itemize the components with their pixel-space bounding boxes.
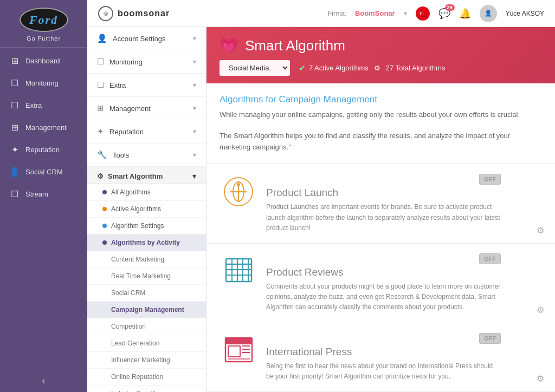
sidebar-item-label: Management	[25, 123, 67, 132]
algo-title-row: 💗 Smart Algorithm	[220, 37, 542, 55]
firma-name[interactable]: BoomSonar	[355, 9, 395, 17]
smart-algorithm-header[interactable]: ⚙Smart Algorithm ▾	[87, 167, 206, 184]
gear-icon: ⚙	[374, 64, 380, 72]
submenu-algorithm-settings[interactable]: Algorithm Settings	[87, 218, 206, 234]
checkmark-icon: ✔	[299, 63, 306, 73]
submenu-campaign-management[interactable]: Campaign Management	[87, 302, 206, 318]
brand-name: Ford	[29, 13, 58, 27]
algo-card-desc: Comments about your products might be a …	[266, 282, 501, 313]
settings-gear-icon[interactable]: ⚙	[537, 225, 544, 236]
submenu-reputation[interactable]: ✦Reputation ▾	[87, 120, 206, 143]
dashboard-icon: ⊞	[9, 56, 20, 66]
submenu-all-algorithms[interactable]: All Algorithms	[87, 184, 206, 201]
settings-gear-icon[interactable]: ⚙	[537, 374, 544, 384]
info-title: Algorithms for Campaign Management	[220, 94, 542, 105]
sidebar: Ford Go Further ⊞ Dashboard ☐ Monitoring…	[0, 0, 87, 392]
management-sm-icon: ⊞	[97, 103, 104, 113]
algo-card-title: Product Reviews	[266, 266, 501, 278]
chevron-down-icon: ▾	[193, 81, 196, 89]
svg-rect-14	[225, 338, 252, 344]
dot-icon	[102, 240, 107, 245]
algo-stats: ✔ 7 Active Algorithms ⚙ 27 Total Algorit…	[299, 63, 445, 73]
notification-badge: 29	[445, 4, 455, 11]
submenu-account-settings[interactable]: 👤Account Settings ▾	[87, 27, 206, 50]
dot-icon	[102, 207, 107, 211]
chevron-down-icon: ▾	[193, 58, 196, 66]
sidebar-item-label: Extra	[25, 101, 42, 109]
algo-card-product-launch: OFF Product Launch Product Launches are …	[206, 164, 555, 244]
language-flag[interactable]: 🇹🇷	[416, 6, 430, 21]
sidebar-item-monitoring[interactable]: ☐ Monitoring	[0, 72, 87, 94]
toggle-off-button[interactable]: OFF	[479, 253, 501, 264]
submenu-real-time-marketing[interactable]: Real Time Marketing	[87, 268, 206, 285]
submenu-active-algorithms[interactable]: Active Algorithms	[87, 201, 206, 218]
boomsonar-icon: ◎	[98, 6, 113, 21]
product-reviews-icon	[220, 253, 257, 284]
topbar: ◎ boomsonar Firma: BoomSonar ▾ 🇹🇷 💬 29 🔔…	[87, 0, 555, 27]
algo-card-product-reviews: OFF Product Reviews Comments about your …	[206, 244, 555, 323]
sidebar-item-stream[interactable]: ☐ Stream	[0, 183, 87, 205]
info-paragraph-2: The Smart Algorithm helps you to find an…	[220, 130, 542, 153]
chevron-down-icon: ▾	[193, 128, 196, 135]
smart-algo-icon: ⚙	[97, 172, 104, 180]
submenu-social-crm[interactable]: Social CRM	[87, 285, 206, 302]
sidebar-item-social-crm[interactable]: 👤 Social CRM	[0, 161, 87, 183]
settings-gear-icon[interactable]: ⚙	[537, 305, 544, 315]
submenu-extra[interactable]: ☐Extra ▾	[87, 74, 206, 97]
submenu-competition[interactable]: Competition	[87, 318, 206, 335]
monitoring-sm-icon: ☐	[97, 57, 104, 66]
sidebar-item-label: Monitoring	[25, 79, 59, 87]
total-algo-count: 27 Total Algorithms	[386, 64, 446, 72]
sidebar-item-label: Reputation	[25, 146, 60, 154]
toggle-off-button[interactable]: OFF	[479, 333, 501, 344]
submenu-monitoring[interactable]: ☐Monitoring ▾	[87, 50, 206, 74]
algo-card-body: OFF Product Reviews Comments about your …	[266, 253, 501, 313]
chevron-down-icon: ▾	[193, 35, 196, 42]
submenu-lead-generation[interactable]: Lead Generation	[87, 335, 206, 352]
submenu-industry-specific[interactable]: Industry Specific	[87, 386, 206, 392]
sidebar-item-management[interactable]: ⊞ Management	[0, 116, 87, 139]
dropdown-icon[interactable]: ▾	[404, 10, 407, 17]
firma-label: Firma:	[328, 10, 346, 17]
info-paragraph-1: While managing your online campaigns, ge…	[220, 109, 542, 121]
submenu-algorithms-by-activity[interactable]: Algorithms by Activity	[87, 234, 206, 251]
toggle-off-button[interactable]: OFF	[479, 174, 501, 185]
social-media-select[interactable]: Social Media. News Blogs	[220, 60, 290, 76]
sidebar-nav: ⊞ Dashboard ☐ Monitoring ☐ Extra ⊞ Manag…	[0, 48, 87, 370]
sidebar-item-reputation[interactable]: ✦ Reputation	[0, 139, 87, 161]
sidebar-collapse-button[interactable]: ‹	[0, 370, 87, 392]
submenu-content-marketing[interactable]: Content Marketing	[87, 251, 206, 268]
extra-icon: ☐	[9, 100, 20, 110]
avatar[interactable]: 👤	[480, 5, 497, 22]
sidebar-item-dashboard[interactable]: ⊞ Dashboard	[0, 50, 87, 72]
active-algo-count: 7 Active Algorithms	[309, 64, 369, 72]
topbar-right: Firma: BoomSonar ▾ 🇹🇷 💬 29 🔔 👤 Yüce AKSO…	[328, 5, 544, 22]
submenu-tools[interactable]: 🔧Tools ▾	[87, 143, 206, 167]
app-name: boomsonar	[118, 9, 170, 18]
bell-icon[interactable]: 🔔	[459, 8, 471, 19]
intl-press-icon	[220, 333, 257, 363]
chevron-down-icon: ▾	[193, 151, 196, 159]
reputation-icon: ✦	[9, 145, 20, 155]
sidebar-item-label: Stream	[25, 190, 48, 198]
heart-icon: 💗	[220, 37, 238, 55]
submenu: 👤Account Settings ▾ ☐Monitoring ▾ ☐Extra…	[87, 27, 206, 392]
chevron-down-icon: ▾	[192, 172, 196, 180]
sidebar-item-extra[interactable]: ☐ Extra	[0, 94, 87, 116]
toggle-row: OFF	[266, 253, 501, 264]
submenu-online-reputation[interactable]: Online Reputation	[87, 369, 206, 386]
submenu-influencer-marketing[interactable]: Influencer Marketing	[87, 352, 206, 369]
algo-card-body: OFF Product Launch Product Launches are …	[266, 174, 501, 233]
sidebar-item-label: Social CRM	[25, 168, 63, 176]
submenu-management[interactable]: ⊞Management ▾	[87, 97, 206, 120]
algo-controls: Social Media. News Blogs ✔ 7 Active Algo…	[220, 60, 542, 76]
messages-icon[interactable]: 💬 29	[438, 8, 450, 19]
algo-card-title: International Press	[266, 346, 501, 358]
content-area: 👤Account Settings ▾ ☐Monitoring ▾ ☐Extra…	[87, 27, 555, 392]
toggle-row: OFF	[266, 333, 501, 344]
product-launch-icon	[220, 174, 257, 207]
svg-rect-15	[228, 346, 240, 357]
app-logo: ◎ boomsonar	[98, 6, 170, 21]
algo-card-body: OFF International Press Being the first …	[266, 333, 501, 382]
social-crm-icon: 👤	[9, 167, 20, 177]
